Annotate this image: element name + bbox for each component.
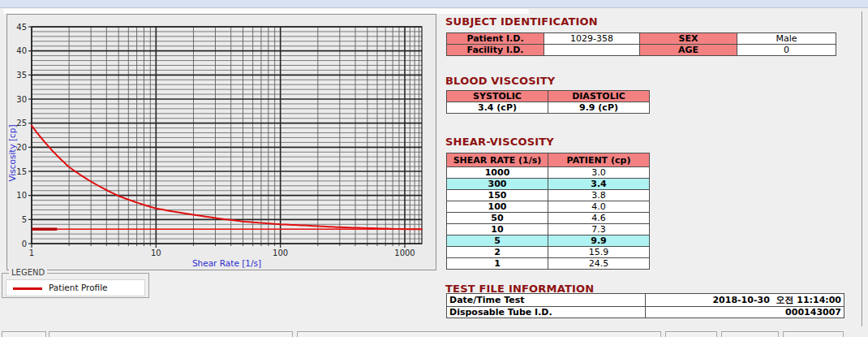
chart-text: 5 [22, 215, 27, 224]
test-file-information-table: Date/Time Test2018-10-30 오전 11:14:00Disp… [446, 293, 844, 318]
shear-rate-cell: 1 [447, 258, 548, 270]
window-top-bar [0, 0, 868, 8]
table-row: Date/Time Test2018-10-30 오전 11:14:00 [447, 294, 844, 307]
shear-rate-cell: 2 [447, 247, 548, 258]
column-header: PATIENT (cp) [548, 153, 650, 167]
field-label: Patient I.D. [447, 33, 544, 45]
field-label: Date/Time Test [447, 294, 646, 307]
chart-text: 25 [16, 119, 27, 127]
subject-identification-table: Patient I.D.1029-358SEXMaleFacility I.D.… [446, 32, 836, 56]
column-header: SYSTOLIC [447, 91, 548, 102]
shear-viscosity-heading: SHEAR-VISCOSITY [445, 136, 554, 148]
status-bar-segment [783, 331, 844, 337]
patient-profile-label: Patient Profile [49, 283, 108, 292]
chart-text: 10 [151, 248, 161, 257]
field-value: 2018-10-30 오전 11:14:00 [646, 294, 844, 307]
table-row: Disposable Tube I.D.000143007 [447, 307, 844, 318]
chart-text: 10 [16, 191, 27, 200]
viscosity-chart: 0510152025303540451101001000Shear Rate [… [7, 15, 436, 270]
field-value: 0 [737, 45, 836, 56]
chart-text: 40 [16, 46, 27, 55]
table-row: 504.6 [447, 213, 650, 224]
patient-profile-line-swatch [13, 287, 42, 290]
patient-viscosity-cell: 15.9 [548, 247, 650, 258]
chart-text: 15 [16, 167, 27, 176]
patient-viscosity-cell: 4.6 [548, 213, 650, 224]
patient-viscosity-cell: 3.4 [548, 179, 650, 190]
field-label: Facility I.D. [447, 45, 544, 56]
viscosity-value: 9.9 (cP) [548, 102, 650, 114]
patient-viscosity-cell: 9.9 [548, 235, 650, 247]
field-value: 1029-358 [544, 33, 640, 45]
table-row: SHEAR RATE (1/s)PATIENT (cp) [447, 153, 650, 167]
shear-rate-cell: 100 [447, 201, 548, 213]
table-row: 1503.8 [447, 190, 650, 201]
viscosity-chart-panel: 0510152025303540451101001000Shear Rate [… [6, 14, 436, 270]
chart-text: 45 [16, 23, 27, 32]
viscosity-value: 3.4 (cP) [447, 102, 548, 114]
shear-rate-cell: 10 [447, 224, 548, 235]
table-row: 215.9 [447, 247, 650, 258]
patient-viscosity-cell: 4.0 [548, 201, 650, 213]
table-row: 10003.0 [447, 167, 650, 179]
chart-text: 1 [29, 248, 34, 257]
status-bar-segment [297, 331, 661, 337]
chart-text: 1000 [394, 248, 415, 257]
field-label: Disposable Tube I.D. [447, 307, 646, 318]
legend-inner-panel: Patient Profile [6, 279, 145, 296]
column-header: SHEAR RATE (1/s) [447, 153, 548, 167]
field-value: 000143007 [646, 307, 844, 318]
vertical-divider [862, 11, 863, 326]
field-value: Male [737, 33, 836, 45]
chart-text: 20 [16, 143, 27, 152]
blood-viscosity-heading: BLOOD VISCOSITY [445, 75, 555, 87]
legend-title: LEGEND [9, 268, 47, 277]
column-header: DIASTOLIC [548, 91, 650, 102]
field-label: AGE [640, 45, 737, 56]
table-row: 107.3 [447, 224, 650, 235]
patient-viscosity-cell: 3.8 [548, 190, 650, 201]
shear-viscosity-table: SHEAR RATE (1/s)PATIENT (cp)10003.03003.… [446, 153, 650, 270]
table-row: SYSTOLICDIASTOLIC [447, 91, 650, 102]
chart-text: 35 [16, 71, 27, 80]
chart-text: 100 [273, 248, 288, 257]
table-row: 59.9 [447, 235, 650, 247]
blood-viscosity-table: SYSTOLICDIASTOLIC3.4 (cP)9.9 (cP) [446, 90, 650, 114]
patient-profile-curve [32, 126, 422, 230]
table-row: 1004.0 [447, 201, 650, 213]
status-bar-segment [721, 331, 779, 337]
shear-rate-cell: 150 [447, 190, 548, 201]
patient-viscosity-cell: 3.0 [548, 167, 650, 179]
shear-rate-cell: 1000 [447, 167, 548, 179]
chart-text: 0 [22, 240, 27, 248]
table-row: Facility I.D.AGE0 [447, 45, 836, 56]
shear-rate-cell: 300 [447, 179, 548, 190]
table-row: 124.5 [447, 258, 650, 270]
field-value [544, 45, 640, 56]
table-row: 3.4 (cP)9.9 (cP) [447, 102, 650, 114]
table-row: Patient I.D.1029-358SEXMale [447, 33, 836, 45]
subject-identification-heading: SUBJECT IDENTIFICATION [445, 15, 598, 28]
table-row: 3003.4 [447, 179, 650, 190]
chart-text: 30 [16, 95, 27, 104]
status-bar-segment [665, 331, 717, 337]
patient-viscosity-cell: 24.5 [548, 258, 650, 270]
field-label: SEX [640, 33, 737, 45]
status-bar-segment [49, 331, 293, 337]
x-axis-label: Shear Rate [1/s] [192, 258, 261, 268]
legend-groupbox: LEGEND Patient Profile [2, 273, 149, 298]
shear-rate-cell: 50 [447, 213, 548, 224]
y-axis-label: Viscosity [cp] [7, 124, 17, 181]
shear-rate-cell: 5 [447, 235, 548, 247]
patient-viscosity-cell: 7.3 [548, 224, 650, 235]
status-bar-segment [2, 331, 46, 337]
